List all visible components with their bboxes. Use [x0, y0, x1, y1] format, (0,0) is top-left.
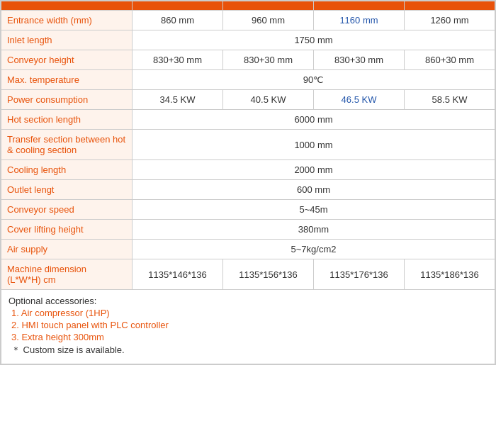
table-row: Outlet lengt600 mm	[1, 180, 495, 200]
row-label: Hot section length	[1, 110, 133, 130]
row-span-value: 380mm	[133, 220, 495, 240]
table-row: Conveyor speed5~45m	[1, 200, 495, 220]
row-value-col3: 1160 mm	[314, 11, 405, 30]
row-label: Machine dimension(L*W*H) cm	[1, 259, 133, 290]
header-col1	[133, 1, 223, 11]
row-label: Max. temperature	[1, 70, 133, 90]
table-row: Power consumption34.5 KW40.5 KW46.5 KW58…	[1, 90, 495, 110]
row-span-value: 5~7kg/cm2	[133, 240, 495, 259]
accessories-list-item: 1. Air compressor (1HP)	[11, 308, 487, 318]
table-row: Cooling length2000 mm	[1, 160, 495, 180]
row-span-value: 600 mm	[133, 180, 495, 200]
table-row: Entrance width (mm)860 mm960 mm1160 mm12…	[1, 11, 495, 30]
row-value-col2: 960 mm	[223, 11, 314, 30]
header-col3	[314, 1, 405, 11]
row-value-col1: 830+30 mm	[133, 50, 223, 70]
row-value-col4: 1135*186*136	[405, 259, 495, 290]
table-row: Max. temperature90℃	[1, 70, 495, 90]
row-span-value: 1750 mm	[133, 30, 495, 50]
row-value-col2: 40.5 KW	[223, 90, 314, 110]
accessories-section: Optional accessories: 1. Air compressor …	[1, 290, 495, 364]
row-value-col2: 1135*156*136	[223, 259, 314, 290]
row-label: Inlet length	[1, 30, 133, 50]
row-value-col1: 34.5 KW	[133, 90, 223, 110]
row-label: Conveyor speed	[1, 200, 133, 220]
accessories-list-item: 3. Extra height 300mm	[11, 332, 487, 342]
table-row: Cover lifting height380mm	[1, 220, 495, 240]
table-row: Hot section length6000 mm	[1, 110, 495, 130]
row-value-col1: 1135*146*136	[133, 259, 223, 290]
row-span-value: 90℃	[133, 70, 495, 90]
row-label: Conveyor height	[1, 50, 133, 70]
row-value-col3: 830+30 mm	[314, 50, 405, 70]
row-span-value: 2000 mm	[133, 160, 495, 180]
row-label: Cooling length	[1, 160, 133, 180]
accessories-list: 1. Air compressor (1HP)2. HMI touch pane…	[9, 308, 487, 342]
accessories-note: ＊ Custom size is available.	[11, 344, 487, 357]
row-value-col3: 46.5 KW	[314, 90, 405, 110]
table-row: Conveyor height830+30 mm830+30 mm830+30 …	[1, 50, 495, 70]
row-span-value: 1000 mm	[133, 130, 495, 160]
row-label: Cover lifting height	[1, 220, 133, 240]
header-model	[1, 1, 133, 11]
row-label: Air supply	[1, 240, 133, 259]
row-value-col4: 1260 mm	[405, 11, 495, 30]
table-row: Inlet length1750 mm	[1, 30, 495, 50]
row-label: Entrance width (mm)	[1, 11, 133, 30]
accessories-title: Optional accessories:	[9, 296, 487, 306]
table-header-row	[1, 1, 495, 11]
spec-table: Entrance width (mm)860 mm960 mm1160 mm12…	[1, 1, 495, 290]
row-label: Transfer section between hot & cooling s…	[1, 130, 133, 160]
header-col4	[405, 1, 495, 11]
row-value-col2: 830+30 mm	[223, 50, 314, 70]
spec-table-container: Entrance width (mm)860 mm960 mm1160 mm12…	[0, 0, 496, 365]
row-value-col1: 860 mm	[133, 11, 223, 30]
row-value-col3: 1135*176*136	[314, 259, 405, 290]
row-span-value: 5~45m	[133, 200, 495, 220]
row-span-value: 6000 mm	[133, 110, 495, 130]
row-value-col4: 860+30 mm	[405, 50, 495, 70]
table-row: Transfer section between hot & cooling s…	[1, 130, 495, 160]
header-col2	[223, 1, 314, 11]
row-value-col4: 58.5 KW	[405, 90, 495, 110]
table-body: Entrance width (mm)860 mm960 mm1160 mm12…	[1, 11, 495, 290]
table-row: Air supply5~7kg/cm2	[1, 240, 495, 259]
row-label: Power consumption	[1, 90, 133, 110]
accessories-list-item: 2. HMI touch panel with PLC controller	[11, 320, 487, 330]
row-label: Outlet lengt	[1, 180, 133, 200]
table-row: Machine dimension(L*W*H) cm1135*146*1361…	[1, 259, 495, 290]
